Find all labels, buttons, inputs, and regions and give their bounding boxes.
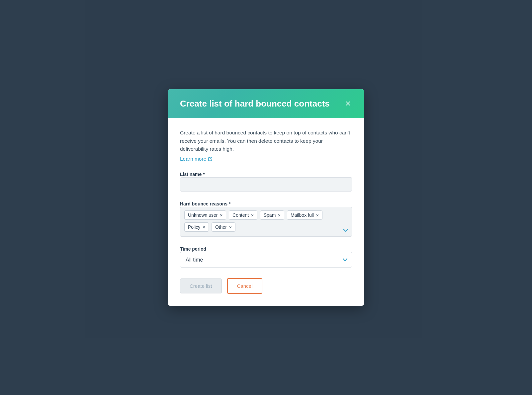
tag-remove-mailbox-full[interactable]: × <box>316 213 319 217</box>
modal-body: Create a list of hard bounced contacts t… <box>168 118 364 306</box>
list-name-label: List name * <box>180 172 205 177</box>
tag-label: Other <box>215 224 227 230</box>
time-period-select[interactable]: All timeLast 30 daysLast 60 daysLast 90 … <box>180 252 352 268</box>
tag-remove-content[interactable]: × <box>251 213 254 217</box>
cancel-button[interactable]: Cancel <box>227 278 263 294</box>
tag-remove-other[interactable]: × <box>229 225 232 229</box>
tag-label: Mailbox full <box>291 212 314 218</box>
time-period-label: Time period <box>180 246 206 252</box>
time-period-select-wrapper: All timeLast 30 daysLast 60 daysLast 90 … <box>180 252 352 268</box>
tag-remove-spam[interactable]: × <box>278 213 281 217</box>
tag-remove-unknown-user[interactable]: × <box>220 213 223 217</box>
tag-policy: Policy× <box>184 222 209 232</box>
tag-label: Spam <box>264 212 276 218</box>
tag-unknown-user: Unknown user× <box>184 210 226 220</box>
bounce-reasons-field: Hard bounce reasons * Unknown user×Conte… <box>180 201 352 237</box>
learn-more-label: Learn more <box>180 156 206 162</box>
list-name-field: List name * <box>180 171 352 201</box>
list-name-input[interactable] <box>180 177 352 192</box>
modal-footer: Create list Cancel <box>180 278 352 294</box>
tag-label: Policy <box>188 224 200 230</box>
modal-header: Create list of hard bounced contacts × <box>168 89 364 118</box>
modal-title: Create list of hard bounced contacts <box>180 99 330 109</box>
tag-spam: Spam× <box>260 210 284 220</box>
tag-remove-policy[interactable]: × <box>203 225 205 229</box>
tag-content: Content× <box>229 210 257 220</box>
tag-label: Unknown user <box>188 212 218 218</box>
external-link-icon <box>208 157 213 161</box>
description-text: Create a list of hard bounced contacts t… <box>180 129 352 153</box>
learn-more-link[interactable]: Learn more <box>180 156 213 162</box>
tag-label: Content <box>232 212 249 218</box>
create-list-button[interactable]: Create list <box>180 278 222 293</box>
close-button[interactable]: × <box>344 99 352 108</box>
dropdown-arrow <box>343 228 348 233</box>
tag-other: Other× <box>212 222 235 232</box>
bounce-reasons-label: Hard bounce reasons * <box>180 201 231 206</box>
tag-mailbox-full: Mailbox full× <box>287 210 322 220</box>
modal: Create list of hard bounced contacts × C… <box>168 89 364 306</box>
tag-select[interactable]: Unknown user×Content×Spam×Mailbox full×P… <box>180 207 352 237</box>
time-period-field: Time period All timeLast 30 daysLast 60 … <box>180 246 352 268</box>
